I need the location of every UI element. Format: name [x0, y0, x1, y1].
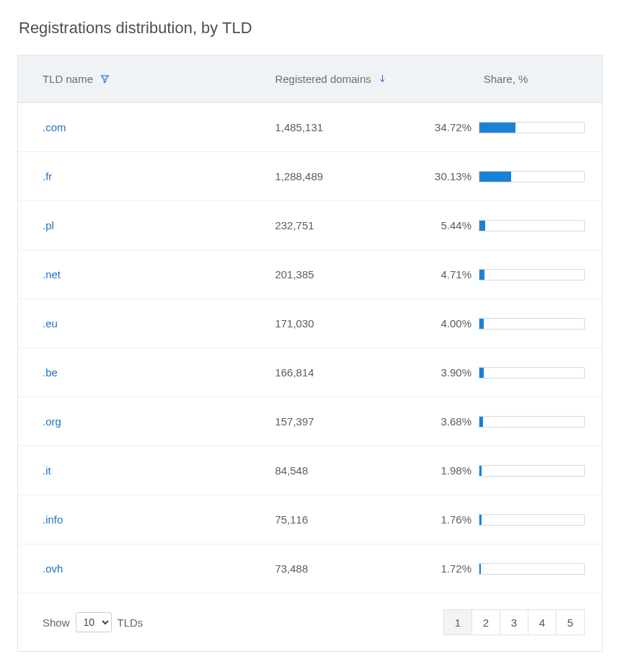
share-bar	[479, 220, 585, 231]
registered-value: 1,485,131	[275, 121, 323, 133]
share-bar	[479, 563, 585, 575]
share-bar	[479, 416, 585, 428]
table-row: .net201,3854.71%	[18, 250, 602, 299]
share-percent: 1.98%	[427, 464, 471, 477]
table-header: TLD name Registered domains	[18, 56, 602, 103]
share-percent: 4.71%	[427, 268, 471, 280]
tld-link[interactable]: .it	[43, 464, 51, 477]
share-bar-fill	[479, 515, 482, 525]
col-header-share-label: Share, %	[484, 73, 528, 85]
page-button[interactable]: 1	[443, 609, 472, 635]
table-row: .pl232,7515.44%	[18, 201, 602, 250]
registered-value: 201,385	[275, 268, 314, 280]
share-bar-fill	[479, 466, 482, 476]
col-header-registered-label: Registered domains	[275, 73, 371, 85]
tld-link[interactable]: .fr	[43, 170, 52, 182]
share-percent: 5.44%	[427, 219, 471, 231]
share-bar-fill	[479, 123, 515, 133]
share-bar-fill	[479, 221, 485, 231]
show-label: Show	[43, 616, 70, 629]
filter-icon[interactable]	[100, 74, 110, 84]
col-header-tld[interactable]: TLD name	[43, 73, 110, 85]
share-bar	[479, 269, 585, 280]
registered-value: 171,030	[275, 317, 314, 330]
tld-link[interactable]: .org	[43, 415, 61, 428]
share-percent: 1.72%	[427, 562, 471, 575]
page-button[interactable]: 4	[528, 609, 557, 635]
registered-value: 75,116	[275, 513, 308, 526]
registered-value: 73,488	[275, 562, 308, 575]
share-bar-fill	[479, 564, 481, 574]
share-percent: 30.13%	[427, 170, 471, 182]
page-title: Registrations distribution, by TLD	[19, 19, 603, 37]
share-bar-fill	[479, 368, 484, 378]
share-bar-fill	[479, 417, 483, 427]
share-percent: 34.72%	[427, 121, 471, 133]
table-row: .fr1,288,48930.13%	[18, 152, 602, 201]
share-bar	[479, 465, 585, 477]
table-row: .org157,3973.68%	[18, 397, 602, 446]
registered-value: 157,397	[275, 415, 314, 428]
share-bar-fill	[479, 319, 484, 329]
share-bar	[479, 514, 585, 526]
table-footer: Show 10 TLDs 12345	[18, 593, 602, 651]
pagination: 12345	[443, 609, 585, 635]
page-size-control: Show 10 TLDs	[43, 612, 143, 632]
page-button[interactable]: 5	[556, 609, 585, 635]
table-row: .be166,8143.90%	[18, 348, 602, 397]
page-size-select[interactable]: 10	[76, 612, 112, 632]
tld-link[interactable]: .be	[43, 366, 58, 379]
registered-value: 84,548	[275, 464, 308, 477]
share-bar-fill	[479, 270, 484, 280]
share-percent: 3.68%	[427, 415, 471, 428]
col-header-share[interactable]: Share, %	[427, 73, 585, 85]
tld-link[interactable]: .com	[43, 121, 66, 133]
table-row: .ovh73,4881.72%	[18, 544, 602, 593]
registered-value: 232,751	[275, 219, 314, 231]
tld-link[interactable]: .info	[43, 513, 63, 526]
share-bar	[479, 318, 585, 330]
table-row: .it84,5481.98%	[18, 446, 602, 495]
share-bar	[479, 171, 585, 182]
registered-value: 1,288,489	[275, 170, 323, 182]
share-percent: 1.76%	[427, 513, 471, 526]
tld-table: TLD name Registered domains	[17, 55, 603, 652]
page-button[interactable]: 3	[500, 609, 528, 635]
tld-link[interactable]: .pl	[43, 219, 54, 231]
tld-link[interactable]: .ovh	[43, 562, 63, 575]
table-row: .info75,1161.76%	[18, 495, 602, 544]
show-suffix: TLDs	[118, 616, 143, 629]
sort-desc-icon[interactable]	[378, 74, 386, 84]
share-bar	[479, 122, 585, 133]
share-bar-fill	[479, 172, 511, 182]
tld-link[interactable]: .eu	[43, 317, 58, 330]
tld-link[interactable]: .net	[43, 268, 61, 280]
col-header-registered[interactable]: Registered domains	[275, 73, 386, 85]
share-percent: 4.00%	[427, 317, 471, 330]
table-row: .eu171,0304.00%	[18, 299, 602, 348]
table-row: .com1,485,13134.72%	[18, 103, 602, 152]
registered-value: 166,814	[275, 366, 314, 379]
page-button[interactable]: 2	[471, 609, 500, 635]
share-percent: 3.90%	[427, 366, 471, 379]
share-bar	[479, 367, 585, 379]
col-header-tld-label: TLD name	[43, 73, 93, 85]
